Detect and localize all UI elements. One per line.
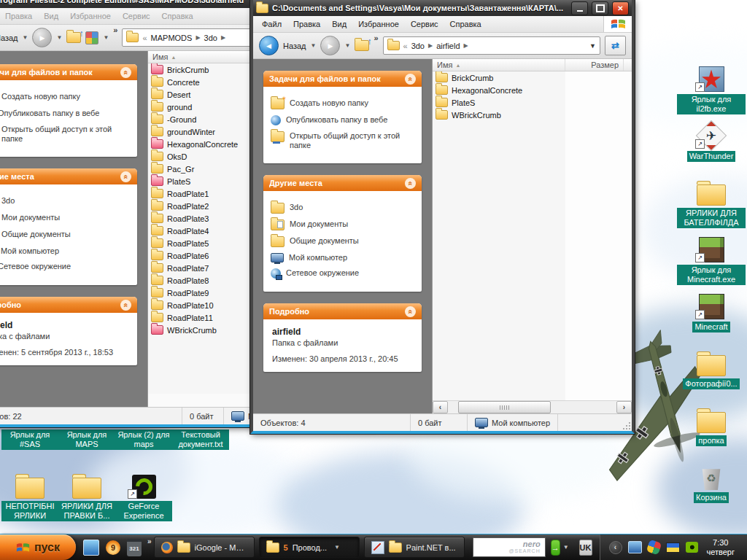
file-row[interactable]: HexagonalConcrete (433, 84, 632, 96)
details-header[interactable]: Подробно (263, 303, 422, 319)
toolbar-overflow-chevron[interactable]: » (374, 34, 378, 42)
menu-item[interactable]: Справка (444, 18, 487, 31)
tray-icon[interactable] (628, 541, 642, 553)
menu-item[interactable]: Вид (326, 18, 352, 31)
quick-launch-icon[interactable] (127, 539, 142, 556)
menu-item[interactable]: Сервис (117, 9, 156, 23)
breadcrumb-item[interactable]: airfield (436, 42, 460, 50)
collapse-chevron-icon[interactable] (405, 178, 416, 189)
menu-item[interactable]: Вид (38, 9, 64, 23)
taskbar-button[interactable]: Paint.NET в... ▼ (364, 537, 465, 558)
breadcrumb-overflow-icon[interactable]: « (142, 34, 147, 42)
forward-dropdown-icon[interactable]: ▼ (56, 34, 62, 41)
back-label[interactable]: Назад (0, 34, 18, 42)
refresh-button[interactable] (605, 36, 626, 55)
collapse-chevron-icon[interactable] (120, 300, 131, 311)
back-dropdown-icon[interactable]: ▼ (311, 42, 317, 49)
language-indicator[interactable]: UK (579, 540, 592, 556)
place-link[interactable]: Мой компьютер (0, 246, 131, 256)
file-row[interactable]: BrickCrumb (433, 71, 632, 84)
search-go-button[interactable] (551, 540, 560, 556)
nero-search-input[interactable]: nero @SEARCH (473, 537, 546, 557)
hide-tray-icons-button[interactable] (609, 541, 622, 554)
tray-icon[interactable] (646, 540, 661, 555)
address-bar[interactable]: « 3do▶airfield▶ ▼ (383, 36, 601, 55)
menu-item[interactable]: Правка (287, 18, 326, 31)
place-link[interactable]: Мои документы (0, 213, 131, 224)
task-link[interactable]: Опубликовать папку в вебе (271, 115, 416, 125)
taskbar-button[interactable]: iGoogle - Mo... ▼ (154, 537, 255, 558)
title-bar[interactable]: C:\Documents and Settings\Vasya\Мои доку… (253, 0, 632, 16)
breadcrumb-arrow-icon[interactable]: ▶ (464, 42, 468, 49)
breadcrumb-overflow-icon[interactable]: « (403, 42, 408, 50)
taskbar-button[interactable]: 5 Провод... ▼ (259, 537, 360, 558)
collapse-chevron-icon[interactable] (120, 67, 131, 78)
desktop-icon[interactable]: Ярлык для Minecraft.exe (677, 233, 746, 290)
forward-button[interactable] (32, 28, 52, 47)
collapse-chevron-icon[interactable] (405, 306, 416, 317)
search-dropdown-icon[interactable]: ▼ (563, 544, 569, 551)
menu-item[interactable]: Сервис (405, 18, 444, 31)
maximize-button[interactable] (592, 1, 608, 15)
forward-button[interactable] (320, 36, 340, 55)
quick-launch-icon[interactable] (83, 540, 99, 556)
breadcrumb-arrow-icon[interactable]: ▶ (196, 34, 200, 41)
menu-item[interactable]: Справка (156, 9, 199, 23)
scroll-right-button[interactable]: › (616, 401, 632, 413)
scrollbar-thumb[interactable] (458, 401, 551, 413)
place-link[interactable]: Мои документы (271, 219, 416, 230)
views-button[interactable] (85, 31, 98, 44)
desktop-icon[interactable]: пропка (677, 404, 746, 461)
close-button[interactable] (612, 1, 629, 15)
place-link[interactable]: 3do (0, 196, 131, 207)
details-header[interactable]: Подробно (0, 297, 137, 313)
file-row[interactable]: WBrickCrumb (433, 109, 632, 121)
place-link[interactable]: Сетевое окружение (0, 262, 131, 272)
desktop-icon[interactable]: Фотографії0... (677, 347, 746, 404)
back-label[interactable]: Назад (283, 42, 306, 50)
desktop-icon[interactable]: GeForce Experience (115, 470, 172, 521)
forward-dropdown-icon[interactable]: ▼ (344, 42, 350, 49)
breadcrumb-arrow-icon[interactable]: ▶ (428, 42, 433, 49)
back-button[interactable] (259, 36, 279, 55)
back-dropdown-icon[interactable]: ▼ (23, 34, 28, 41)
start-button[interactable]: пуск (0, 534, 76, 560)
tray-icon[interactable] (666, 542, 680, 553)
menu-item[interactable]: Файл (256, 18, 287, 31)
breadcrumb-arrow-icon[interactable]: ▶ (221, 34, 225, 41)
task-link[interactable]: Создать новую папку (0, 92, 131, 103)
place-link[interactable]: Сетевое окружение (271, 268, 416, 279)
desktop-icon[interactable]: Minecraft (677, 290, 746, 347)
desktop-icon[interactable]: WarThunder (677, 120, 746, 176)
up-button[interactable]: ↑ (66, 32, 81, 43)
desktop-icon[interactable]: Корзина (677, 461, 746, 518)
place-link[interactable]: 3do (271, 203, 416, 214)
toolbar-overflow-chevron[interactable]: » (113, 26, 117, 34)
column-header-size[interactable]: Размер (565, 59, 624, 71)
desktop-icon[interactable]: ЯРЛИКИ ДЛЯ БАТЕЛЛФІЛДА (677, 176, 746, 233)
file-tasks-header[interactable]: Задачи для файлов и папок (263, 71, 422, 87)
breadcrumb-item[interactable]: MAPMODS (151, 34, 193, 42)
place-link[interactable]: Общие документы (271, 236, 416, 247)
other-places-header[interactable]: Другие места (0, 168, 137, 184)
place-link[interactable]: Общие документы (0, 230, 131, 241)
up-button[interactable]: ↑ (355, 40, 369, 51)
desktop-icon[interactable]: НЕПОТРІБНІ ЯРЛИКИ (1, 470, 58, 521)
task-link[interactable]: Создать новую папку (271, 98, 416, 109)
file-row[interactable]: PlateS (433, 96, 632, 109)
desktop-icon[interactable]: Ярлык для il2fb.exe (677, 63, 746, 120)
task-link[interactable]: Опубликовать папку в вебе (0, 109, 131, 119)
other-places-header[interactable]: Другие места (263, 175, 422, 191)
quick-launch-icon[interactable] (106, 540, 120, 555)
scroll-left-button[interactable]: ‹ (433, 401, 448, 413)
task-link[interactable]: Открыть общий доступ к этой папке (271, 131, 416, 150)
resize-grip[interactable] (623, 422, 630, 429)
breadcrumb-item[interactable]: 3do (204, 34, 217, 42)
desktop-icon[interactable]: ЯРЛИКИ ДЛЯ ПРАВКИ Б... (58, 470, 115, 521)
menu-item[interactable]: Избранное (352, 18, 405, 31)
minimize-button[interactable] (571, 1, 588, 15)
menu-item[interactable]: Избранное (64, 9, 117, 23)
task-link[interactable]: Открыть общий доступ к этой папке (0, 125, 131, 144)
file-tasks-header[interactable]: Задачи для файлов и папок (0, 64, 137, 80)
menu-item[interactable]: Правка (0, 9, 38, 23)
